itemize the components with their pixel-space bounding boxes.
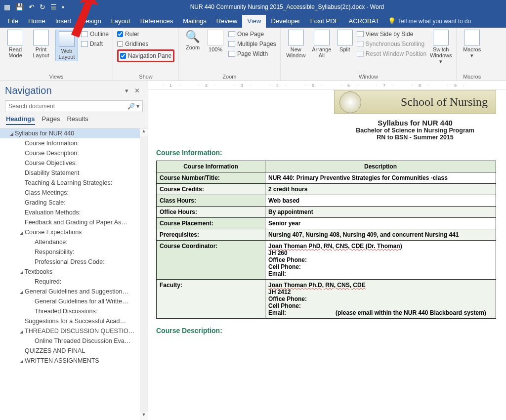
navtab-headings[interactable]: Headings [6,115,35,125]
arrange-all-button[interactable]: Arrange All [310,30,333,58]
search-icon[interactable]: 🔎 ▾ [125,103,142,110]
navpane-close-icon[interactable]: ✕ [131,87,143,94]
nav-item[interactable]: Feedback and Grading of Paper As… [0,217,148,227]
group-show: Ruler Gridlines Navigation Pane Show [113,28,179,81]
tab-foxit[interactable]: Foxit PDF [305,15,344,28]
new-window-button[interactable]: New Window [285,30,307,58]
row-faculty-value: Joan Thoman Ph.D, RN, CNS, CDE JH 2412 O… [265,280,496,319]
switch-windows-button[interactable]: Switch Windows ▾ [429,30,452,64]
nav-item[interactable]: Attendance: [0,237,148,247]
nav-item[interactable]: Teaching & Learning Strategies: [0,178,148,188]
syllabus-sub1: Bachelor of Science in Nursing Program [334,127,496,134]
nav-item[interactable]: ◢General Guidelines and Suggestion… [0,287,148,296]
scroll-up-icon[interactable]: ▲ [140,128,148,136]
nav-item[interactable]: Disability Statement [0,168,148,178]
magnifier-icon: 🔍 [185,30,200,43]
navtab-pages[interactable]: Pages [42,115,60,125]
navpane-search[interactable]: 🔎 ▾ [5,100,143,112]
tell-me[interactable]: 💡Tell me what you want to do [388,17,471,28]
macros-button[interactable]: Macros▾ [461,30,483,58]
page-width-button[interactable]: Page Width [228,49,276,58]
nav-item[interactable]: Class Meetings: [0,188,148,198]
caret-icon: ◢ [20,270,25,275]
fac-l1: JH 2412 [268,289,291,295]
tab-insert[interactable]: Insert [50,15,77,28]
nav-item[interactable]: ◢Textbooks [0,267,148,277]
nav-item[interactable]: Course Information: [0,138,148,148]
redo-icon[interactable]: ↻ [40,3,45,11]
outline-button[interactable]: Outline [81,30,109,39]
group-views: Read Mode Print Layout Web Layout Outlin… [0,28,113,81]
tab-mailings[interactable]: Mailings [178,15,211,28]
switch-windows-icon [433,30,449,45]
tell-me-label: Tell me what you want to do [398,18,471,25]
table-row-label: Class Hours: [157,195,265,207]
caret-icon: ◢ [10,131,15,136]
nav-item[interactable]: ◢Syllabus for NUR 440 [0,128,148,138]
quick-access-toolbar: ▦ 💾 ↶ ↻ ☰ ▾ [0,3,68,11]
nav-item[interactable]: Required: [0,277,148,287]
view-side-button[interactable]: View Side by Side [357,30,426,39]
nav-item[interactable]: ◢THREADED DISCUSSION QUESTIO… [0,326,148,336]
touch-mode-icon[interactable]: ☰ [50,3,57,11]
nav-item[interactable]: Grading Scale: [0,198,148,208]
multi-page-label: Multiple Pages [237,41,276,47]
tab-view[interactable]: View [242,15,266,28]
navpane-scrollbar[interactable]: ▲ ▼ [140,128,148,420]
nav-item[interactable]: ◢WRITTEN ASSIGNMENTS [0,356,148,366]
reset-pos-icon [357,51,364,57]
coord-l2: Office Phone: [268,256,307,263]
tab-home[interactable]: Home [23,15,50,28]
print-layout-button[interactable]: Print Layout [30,30,52,58]
fac-l2: Office Phone: [268,295,307,302]
nav-item[interactable]: Online Threaded Discussion Eva… [0,336,148,346]
navtab-results[interactable]: Results [67,115,88,125]
navpane-options-icon[interactable]: ▾ [122,87,131,94]
tab-design[interactable]: Design [76,15,106,28]
nav-item[interactable]: Course Description: [0,148,148,158]
document-canvas[interactable]: 1 2 3 4 5 6 7 8 9 School of Nursing Syll… [148,81,506,420]
navpane-search-input[interactable] [5,101,125,112]
split-button[interactable]: Split [336,30,354,52]
read-mode-button[interactable]: Read Mode [4,30,27,58]
nav-item[interactable]: Threaded Discussions: [0,306,148,316]
one-page-button[interactable]: One Page [228,30,276,39]
tab-file[interactable]: File [3,15,23,28]
gridlines-checkbox[interactable]: Gridlines [117,40,174,48]
nav-item[interactable]: Evaluation Methods: [0,208,148,217]
caret-icon: ◢ [20,329,25,334]
caret-icon: ◢ [20,230,25,235]
nav-item[interactable]: Suggestions for a Successful Acad… [0,316,148,326]
ruler-check-input[interactable] [117,31,123,37]
horizontal-ruler[interactable]: 1 2 3 4 5 6 7 8 9 [148,81,506,90]
group-zoom: 🔍Zoom 100% One Page Multiple Pages Page … [179,28,281,81]
draft-button[interactable]: Draft [81,40,109,48]
tab-references[interactable]: References [135,15,178,28]
gridlines-check-input[interactable] [117,41,123,47]
th-course-info: Course Information [157,161,265,172]
scroll-down-icon[interactable]: ▼ [140,412,148,420]
zoom-100-button[interactable]: 100% [206,30,225,52]
navpane-checkbox[interactable]: Navigation Pane [120,51,171,60]
tab-acrobat[interactable]: ACROBAT [343,15,384,28]
save-icon[interactable]: 💾 [15,3,24,11]
table-row-label: Course Number/Title: [157,172,265,184]
nav-item[interactable]: QUIZZES AND FINAL [0,346,148,356]
navpane-check-input[interactable] [120,53,126,59]
nav-item[interactable]: Professional Dress Code: [0,257,148,267]
zoom-button[interactable]: 🔍Zoom [183,30,203,50]
tab-developer[interactable]: Developer [266,15,305,28]
tab-layout[interactable]: Layout [106,15,135,28]
nav-item[interactable]: Responsibility: [0,247,148,257]
web-layout-button[interactable]: Web Layout [55,30,78,61]
group-window: New Window Arrange All Split View Side b… [281,28,457,81]
undo-icon[interactable]: ↶ [29,3,35,11]
nav-item[interactable]: General Guidelines for all Writte… [0,296,148,306]
tab-review[interactable]: Review [211,15,243,28]
draft-label: Draft [90,41,103,47]
nav-item[interactable]: ◢Course Expectations [0,227,148,237]
multi-page-button[interactable]: Multiple Pages [228,40,276,48]
qat-more-icon[interactable]: ▾ [62,4,64,10]
nav-item[interactable]: Course Objectives: [0,158,148,168]
ruler-checkbox[interactable]: Ruler [117,30,174,39]
